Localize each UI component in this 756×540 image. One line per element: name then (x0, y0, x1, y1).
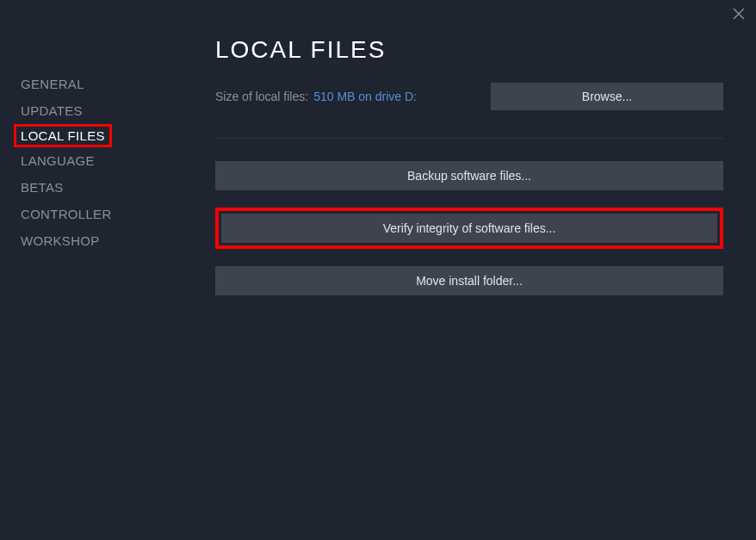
close-icon[interactable] (730, 5, 747, 22)
divider (215, 138, 723, 139)
main-panel: LOCAL FILES Size of local files: 510 MB … (198, 0, 756, 540)
sidebar-item-general[interactable]: GENERAL (21, 71, 84, 97)
browse-button[interactable]: Browse... (491, 83, 723, 110)
backup-button[interactable]: Backup software files... (215, 161, 723, 190)
size-value-link[interactable]: 510 MB on drive D: (313, 90, 417, 103)
sidebar-item-workshop[interactable]: WORKSHOP (21, 227, 100, 254)
sidebar-item-controller[interactable]: CONTROLLER (21, 201, 112, 227)
verify-button-highlight: Verify integrity of software files... (215, 208, 723, 249)
sidebar-item-betas[interactable]: BETAS (21, 174, 64, 201)
sidebar-item-language[interactable]: LANGUAGE (21, 147, 95, 174)
size-label: Size of local files: (215, 90, 308, 103)
page-title: LOCAL FILES (215, 36, 723, 64)
verify-button[interactable]: Verify integrity of software files... (221, 214, 717, 243)
sidebar-item-local-files[interactable]: LOCAL FILES (14, 124, 112, 147)
sidebar: GENERAL UPDATES LOCAL FILES LANGUAGE BET… (0, 0, 198, 540)
sidebar-item-updates[interactable]: UPDATES (21, 97, 83, 124)
move-button[interactable]: Move install folder... (215, 266, 723, 295)
size-row: Size of local files: 510 MB on drive D: … (215, 83, 723, 110)
